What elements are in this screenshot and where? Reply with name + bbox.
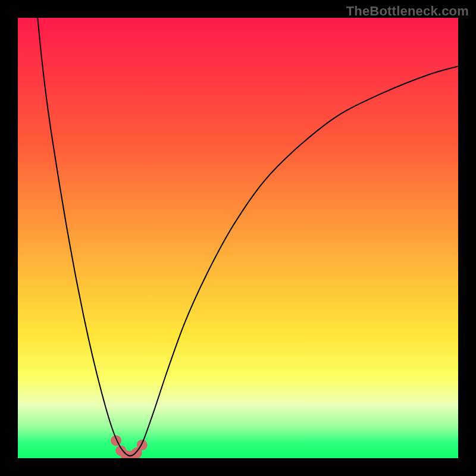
chart-frame: TheBottleneck.com: [0, 0, 476, 476]
plot-area: [18, 18, 458, 458]
curve-layer: [18, 18, 458, 458]
bottleneck-curve: [37, 18, 458, 456]
marker-dot: [111, 435, 121, 446]
marker-dot: [137, 440, 148, 450]
watermark-text: TheBottleneck.com: [346, 4, 469, 19]
